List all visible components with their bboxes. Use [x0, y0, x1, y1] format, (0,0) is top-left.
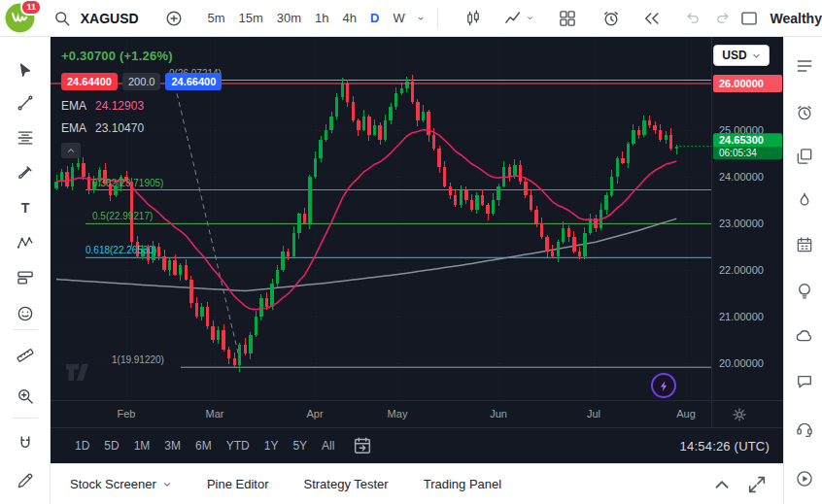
range-3m[interactable]: 3M: [157, 435, 188, 456]
notification-badge: 11: [20, 0, 42, 16]
svg-text:24.00000: 24.00000: [719, 171, 764, 183]
chevron-up-icon: [711, 474, 733, 495]
draw-edit-tool-button[interactable]: [11, 466, 40, 495]
range-1y[interactable]: 1Y: [257, 435, 286, 456]
tab-pine-editor[interactable]: Pine Editor: [207, 477, 269, 491]
range-6m[interactable]: 6M: [188, 435, 219, 456]
brush-tool-button[interactable]: [11, 158, 40, 187]
range-5d[interactable]: 5D: [97, 435, 125, 456]
range-1d[interactable]: 1D: [68, 435, 96, 456]
price-change: +0.30700 (+1.26%): [61, 49, 222, 63]
alerts-button[interactable]: [792, 100, 816, 124]
hotlists-button[interactable]: [792, 187, 816, 212]
timeframe-1h[interactable]: 1h: [308, 6, 335, 31]
compare-add-button[interactable]: [160, 4, 188, 33]
svg-text:0.618(22.26530): 0.618(22.26530): [86, 245, 156, 255]
timeframe-15m[interactable]: 15m: [231, 6, 269, 31]
ideas-button[interactable]: [792, 278, 816, 302]
tab-stock-screener[interactable]: Stock Screener: [70, 477, 172, 491]
go-to-date-button[interactable]: [352, 435, 373, 456]
prediction-tool-button[interactable]: [11, 263, 40, 292]
currency-select[interactable]: USD: [713, 45, 770, 66]
broker-logo[interactable]: 11: [5, 3, 35, 33]
indicator-legend-row[interactable]: EMA 24.12903: [61, 99, 222, 113]
tradingview-watermark[interactable]: [64, 361, 99, 384]
cursor-tool-button[interactable]: [11, 56, 40, 85]
fib-retracement-tool-button[interactable]: [11, 123, 40, 152]
tradingview-logo-icon: [64, 361, 99, 384]
panel-icon: [739, 9, 759, 28]
private-chat-button[interactable]: [792, 369, 816, 393]
brush-icon: [16, 163, 35, 183]
flame-icon: [795, 190, 814, 210]
tutorials-button[interactable]: [792, 466, 816, 490]
timeframe-D[interactable]: D: [363, 6, 386, 31]
chat-bubble-icon: [795, 372, 814, 391]
trend-line-tool-button[interactable]: [11, 88, 40, 118]
utc-clock[interactable]: 14:54:26 (UTC): [680, 439, 770, 454]
panel-maximize-button[interactable]: [746, 474, 768, 495]
timeframe-menu-button[interactable]: [412, 6, 430, 31]
indicator-value: 23.10470: [95, 121, 144, 135]
layout-grid-button[interactable]: [554, 4, 581, 33]
tab-strategy-tester[interactable]: Strategy Tester: [303, 477, 388, 491]
chat-cloud-button[interactable]: [792, 323, 816, 348]
measure-tool-button[interactable]: [11, 341, 40, 370]
divider: [13, 329, 38, 330]
range-1m[interactable]: 1M: [127, 435, 157, 456]
last-price-badge: 24.6530006:05:34: [713, 133, 782, 159]
range-all[interactable]: All: [315, 435, 341, 456]
layers-icon: [795, 147, 814, 166]
smiley-icon: [16, 304, 35, 323]
alert-button[interactable]: [598, 4, 625, 33]
axis-settings-button[interactable]: [731, 406, 748, 423]
symbol-name[interactable]: XAGUSD: [81, 11, 139, 26]
grid-layout-icon: [558, 9, 577, 28]
svg-text:21.00000: 21.00000: [719, 311, 764, 322]
range-toolbar: 1D5D1M3M6MYTD1Y5YAll 14:54:26 (UTC): [51, 427, 783, 463]
ask-price-label[interactable]: 24.66400: [165, 73, 222, 90]
chart-style-button[interactable]: [460, 4, 487, 33]
svg-text:1(19.91220): 1(19.91220): [112, 354, 164, 365]
zoom-tool-button[interactable]: [11, 382, 40, 411]
zoom-in-icon: [16, 386, 35, 406]
tab-label: Strategy Tester: [303, 477, 388, 491]
symbol-search-button[interactable]: [49, 4, 76, 33]
support-button[interactable]: [792, 416, 816, 440]
pattern-tool-button[interactable]: [11, 228, 40, 257]
text-icon: T: [16, 198, 35, 218]
chevron-down-icon: [526, 14, 534, 22]
divider: [437, 8, 438, 29]
timeframe-5m[interactable]: 5m: [200, 6, 231, 31]
undo-arrow-icon: [685, 10, 702, 26]
panel-collapse-button[interactable]: [711, 474, 733, 495]
timeframe-30m[interactable]: 30m: [270, 6, 308, 31]
range-ytd[interactable]: YTD: [220, 435, 257, 456]
bid-price-label[interactable]: 24.64400: [61, 73, 118, 90]
time-axis-label: Jul: [579, 408, 608, 420]
indicator-legend-row[interactable]: EMA 23.10470: [61, 121, 222, 135]
emoji-tool-button[interactable]: [11, 299, 40, 328]
tab-trading-panel[interactable]: Trading Panel: [424, 477, 501, 491]
toggle-right-panel-button[interactable]: [736, 4, 763, 33]
text-tool-button[interactable]: T: [11, 193, 40, 222]
chevron-down-icon: [752, 51, 761, 60]
quick-action-button[interactable]: [651, 373, 676, 398]
range-5y[interactable]: 5Y: [286, 435, 314, 456]
undo-button[interactable]: [681, 4, 706, 33]
legend-collapse-button[interactable]: [61, 143, 81, 158]
indicators-button[interactable]: [500, 4, 538, 33]
calendar-button[interactable]: [792, 232, 816, 256]
forecast-boxes-icon: [16, 268, 35, 287]
redo-button[interactable]: [710, 4, 736, 33]
replay-button[interactable]: [638, 4, 666, 33]
timeframe-4h[interactable]: 4h: [336, 6, 363, 31]
svg-text:06:05:34: 06:05:34: [719, 148, 757, 158]
time-axis[interactable]: FebMarAprMayJunJulAug: [51, 400, 783, 427]
lightning-icon: [658, 380, 670, 392]
magnet-tool-button[interactable]: [11, 429, 40, 458]
chevron-down-icon: [162, 480, 172, 489]
object-tree-button[interactable]: [792, 144, 816, 168]
watchlist-button[interactable]: [792, 53, 816, 78]
timeframe-W[interactable]: W: [386, 6, 411, 31]
